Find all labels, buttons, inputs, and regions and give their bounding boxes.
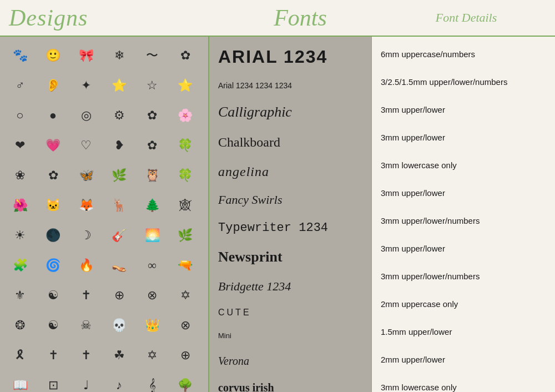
design-icon: 🙂 — [39, 41, 68, 70]
font-detail: 3mm upper/lower — [381, 187, 546, 199]
design-icon: ♪ — [105, 371, 134, 392]
font-detail: 3mm upper/lower — [381, 132, 546, 143]
design-icon: ❄ — [105, 41, 134, 70]
font-sample: Newsprint — [214, 248, 367, 267]
design-icon: 🐾 — [6, 41, 34, 70]
design-icon: ♂ — [6, 71, 34, 100]
design-icon: 🎀 — [72, 41, 100, 70]
design-icon: 🌳 — [171, 371, 200, 392]
design-icon: ○ — [6, 101, 34, 130]
font-detail: 3mm upper/lower/numbers — [381, 270, 546, 282]
font-sample: angelina — [214, 163, 367, 180]
design-icon: ☯ — [39, 311, 68, 340]
font-sample: Chalkboard — [214, 134, 367, 150]
design-icon: 🦋 — [72, 161, 100, 190]
design-icon: 🦉 — [138, 161, 167, 190]
design-icon: 💀 — [105, 311, 134, 340]
design-icon: 🌸 — [171, 101, 200, 130]
design-icon: ⊗ — [171, 311, 200, 340]
design-icon: 💗 — [39, 131, 68, 160]
design-icon: ♩ — [72, 371, 100, 392]
design-icon: ✿ — [138, 131, 167, 160]
design-icon: ❥ — [105, 131, 134, 160]
design-icon: ☠ — [72, 311, 100, 340]
font-detail: 6mm uppercase/numbers — [381, 48, 546, 60]
font-detail: 3mm lowercase only — [381, 381, 546, 393]
fonts-panel: ARIAL 1234Arial 1234 1234 1234Calligraph… — [208, 37, 372, 392]
design-icon: ⭐ — [105, 71, 134, 100]
design-icon: ⚜ — [6, 281, 34, 310]
design-icon: ✦ — [72, 71, 100, 100]
design-icon: 〜 — [138, 41, 167, 70]
design-icon: 🌿 — [105, 161, 134, 190]
font-sample: Typewriter 1234 — [214, 220, 367, 236]
font-detail: 1.5mm upper/lower — [381, 326, 546, 338]
font-detail: 3mm upper/lower — [381, 104, 546, 115]
design-icon: ✝ — [72, 341, 100, 370]
font-sample: Verona — [214, 354, 367, 368]
design-icon: 🦊 — [72, 191, 100, 220]
design-icon: 🌲 — [138, 191, 167, 220]
design-icon: ⊕ — [171, 341, 200, 370]
design-icon: ☘ — [105, 341, 134, 370]
design-icon: 👑 — [138, 311, 167, 340]
header-designs-label: Designs — [9, 4, 214, 31]
designs-panel: 🐾🙂🎀❄〜✿♂👂✦⭐☆⭐○●◎⚙✿🌸❤💗♡❥✿🍀❀✿🦋🌿🦉🍀🌺🐱🦊🦌🌲🕸☀🌑☽🎸… — [0, 37, 208, 392]
design-icon: ⊗ — [138, 281, 167, 310]
font-detail: 3mm upper/lower/numbers — [381, 215, 546, 227]
design-icon: ❀ — [6, 161, 34, 190]
design-icon: 🌺 — [6, 191, 34, 220]
design-icon: 🌑 — [39, 221, 68, 250]
design-icon: 🦌 — [105, 191, 134, 220]
details-panel: 6mm uppercase/numbers3/2.5/1.5mm upper/l… — [372, 37, 555, 392]
design-icon: ◎ — [72, 101, 100, 130]
font-detail: 2mm upper/lower — [381, 354, 546, 365]
design-icon: ✡ — [171, 281, 200, 310]
design-icon: 🧩 — [6, 251, 34, 280]
design-icon: 🌀 — [39, 251, 68, 280]
font-sample: corvus irish — [214, 380, 367, 392]
design-icon: 🎸 — [105, 221, 134, 250]
font-sample: CUTE — [214, 306, 367, 319]
design-icon: ☀ — [6, 221, 34, 250]
design-icon: ✿ — [171, 41, 200, 70]
design-icon: 𝄞 — [138, 371, 167, 392]
design-icon: ✝ — [72, 281, 100, 310]
design-icon: ✿ — [138, 101, 167, 130]
design-icon: 🍀 — [171, 131, 200, 160]
design-icon: ⊕ — [105, 281, 134, 310]
design-icon: ☆ — [138, 71, 167, 100]
design-icon: ✿ — [39, 161, 68, 190]
design-icon: 📖 — [6, 371, 34, 392]
design-icon: ⚙ — [105, 101, 134, 130]
design-icon: ⊡ — [39, 371, 68, 392]
design-icon: ∞ — [138, 251, 167, 280]
design-icon: ☯ — [39, 281, 68, 310]
design-icon: ❂ — [6, 311, 34, 340]
font-sample: Mini — [214, 331, 367, 341]
app-container: Designs Fonts Font Details 🐾🙂🎀❄〜✿♂👂✦⭐☆⭐○… — [0, 0, 555, 392]
design-icon: 🔥 — [72, 251, 100, 280]
font-detail: 3/2.5/1.5mm upper/lower/numbers — [381, 76, 546, 88]
header-details-label: Font Details — [386, 11, 546, 25]
design-icon: ✡ — [138, 341, 167, 370]
font-detail: 3mm lowercase only — [381, 159, 546, 171]
font-detail: 2mm uppercase only — [381, 298, 546, 310]
designs-grid: 🐾🙂🎀❄〜✿♂👂✦⭐☆⭐○●◎⚙✿🌸❤💗♡❥✿🍀❀✿🦋🌿🦉🍀🌺🐱🦊🦌🌲🕸☀🌑☽🎸… — [0, 37, 208, 392]
design-icon: ✝ — [39, 341, 68, 370]
header-fonts-label: Fonts — [214, 4, 386, 31]
design-icon: 👡 — [105, 251, 134, 280]
design-icon: ♡ — [72, 131, 100, 160]
design-icon: 🌿 — [171, 221, 200, 250]
design-icon: 👂 — [39, 71, 68, 100]
header: Designs Fonts Font Details — [0, 0, 555, 37]
main-content: 🐾🙂🎀❄〜✿♂👂✦⭐☆⭐○●◎⚙✿🌸❤💗♡❥✿🍀❀✿🦋🌿🦉🍀🌺🐱🦊🦌🌲🕸☀🌑☽🎸… — [0, 37, 555, 392]
font-sample: ARIAL 1234 — [214, 46, 367, 68]
design-icon: 🕸 — [171, 191, 200, 220]
design-icon: ☽ — [72, 221, 100, 250]
font-sample: Fancy Swirls — [214, 192, 367, 208]
font-sample: Bridgette 1234 — [214, 279, 367, 294]
font-detail: 3mm upper/lower — [381, 243, 546, 254]
design-icon: 🔫 — [171, 251, 200, 280]
design-icon: 🍀 — [171, 161, 200, 190]
